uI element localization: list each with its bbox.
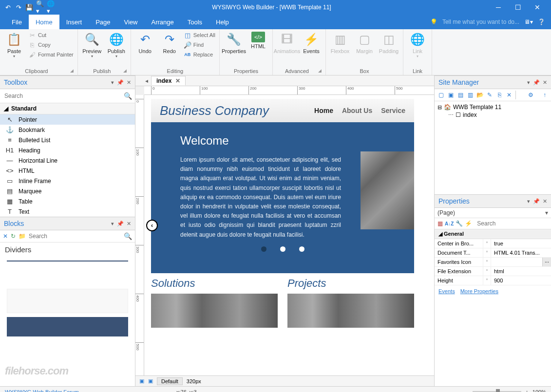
close-icon[interactable]: ✕	[127, 79, 131, 86]
dot-2[interactable]	[280, 246, 285, 252]
publish-button[interactable]: 🌐Publish▾	[105, 31, 128, 59]
dropdown-icon[interactable]: ▾	[527, 79, 530, 86]
link-button[interactable]: 🌐Link▾	[406, 31, 429, 59]
preview-qat-icon[interactable]: 🔍▾	[36, 3, 44, 11]
selectall-button[interactable]: ◫Select All	[183, 31, 216, 39]
dropdown-icon[interactable]: ▾	[111, 221, 114, 227]
events-button[interactable]: ⚡Events	[300, 31, 323, 55]
edit-icon[interactable]: ▥	[466, 91, 475, 99]
menu-page[interactable]: Page	[89, 15, 117, 29]
nav-service[interactable]: Service	[381, 107, 405, 114]
open-icon[interactable]: 📂	[475, 91, 484, 99]
menu-view[interactable]: View	[117, 15, 145, 29]
find-button[interactable]: 🔎Find	[183, 40, 216, 49]
responsive-add-icon[interactable]: ▣	[139, 378, 144, 384]
browse-button[interactable]: ...	[542, 258, 551, 266]
advanced-dialog[interactable]: ◢	[318, 68, 322, 73]
help-icon[interactable]: ❔	[538, 19, 545, 25]
copy-page-icon[interactable]: ⎘	[495, 91, 504, 99]
divider-preview-2[interactable]	[7, 289, 128, 313]
maximize-button[interactable]: ☐	[508, 0, 528, 15]
props-wrench-icon[interactable]: 🔧	[456, 220, 463, 227]
prop-row[interactable]: File Extension▫html	[435, 267, 551, 276]
close-button[interactable]: ✕	[528, 0, 547, 15]
blocks-search[interactable]	[29, 233, 121, 240]
tool-inline-frame[interactable]: ▭Inline Frame	[0, 176, 135, 186]
dot-3[interactable]	[299, 246, 304, 252]
copy-button[interactable]: ⎘Copy	[27, 40, 75, 49]
menu-insert[interactable]: Insert	[59, 15, 89, 29]
new-folder-icon[interactable]: ▣	[446, 91, 455, 99]
tab-close-icon[interactable]: ✕	[175, 77, 180, 84]
publish-qat-icon[interactable]: 🌐▾	[47, 3, 55, 11]
replace-button[interactable]: ABReplace	[183, 50, 216, 59]
prop-row[interactable]: Favorites Icon▫...	[435, 258, 551, 267]
search-icon[interactable]: 🔍	[124, 92, 132, 100]
tool-bookmark[interactable]: ⚓Bookmark	[0, 125, 135, 135]
toolbox-group-standard[interactable]: ◢Standard	[0, 103, 135, 114]
nav-about[interactable]: About Us	[342, 107, 372, 114]
flexbox-button[interactable]: ▥Flexbox	[329, 31, 351, 55]
preview-button[interactable]: 🔍Preview▾	[81, 31, 103, 59]
format-painter-button[interactable]: 🖌Format Painter	[27, 50, 75, 59]
tellme-input[interactable]: Tell me what you want to do...	[442, 19, 519, 25]
sync-icon[interactable]: ↻	[11, 233, 16, 240]
menu-arrange[interactable]: Arrange	[144, 15, 180, 29]
padding-button[interactable]: ◫Padding	[378, 31, 400, 55]
animations-button[interactable]: 🎞Animations	[276, 31, 298, 55]
clone-icon[interactable]: ▤	[456, 91, 465, 99]
folder-icon[interactable]: 📁	[19, 233, 26, 240]
tool-pointer[interactable]: ↖Pointer	[0, 114, 135, 125]
tab-index[interactable]: index✕	[151, 76, 186, 85]
undo-button[interactable]: ↶Undo	[134, 31, 156, 55]
divider-preview-3[interactable]	[7, 317, 128, 336]
breakpoint-default[interactable]: Default	[157, 377, 183, 385]
tree-item-index[interactable]: ⋯☐index	[437, 111, 548, 119]
props-bolt-icon[interactable]: ⚡	[465, 220, 472, 227]
properties-scope[interactable]: (Page)▾	[435, 208, 551, 218]
margin-button[interactable]: ▢Margin	[353, 31, 376, 55]
close-icon[interactable]: ✕	[127, 221, 131, 227]
redo-icon[interactable]: ↷	[15, 3, 22, 11]
zoom-in-button[interactable]: +	[525, 389, 528, 392]
search-icon[interactable]: 🔍	[124, 232, 132, 240]
tool-heading[interactable]: H1Heading	[0, 145, 135, 155]
properties-search[interactable]	[477, 220, 550, 227]
tool-bulleted-list[interactable]: ≡Bulleted List	[0, 135, 135, 145]
paste-button[interactable]: 📋 Paste ▾	[3, 31, 25, 59]
zoom-out-button[interactable]: −	[466, 389, 469, 392]
pin-icon[interactable]: 📌	[117, 221, 124, 227]
settings-icon[interactable]: ⚙	[526, 91, 535, 99]
dropdown-icon[interactable]: ▾	[111, 79, 114, 86]
cut-button[interactable]: ✂Cut	[27, 31, 75, 39]
tool-table[interactable]: ▦Table	[0, 196, 135, 206]
categorized-icon[interactable]: ▦	[437, 220, 443, 227]
pin-icon[interactable]: 📌	[533, 79, 540, 86]
prop-row[interactable]: Center in Bro...▫true	[435, 239, 551, 248]
undo-icon[interactable]: ↶	[4, 3, 12, 11]
delete-icon[interactable]: ✕	[505, 91, 513, 99]
forum-link[interactable]: WYSIWYG Web Builder Forum	[5, 389, 79, 392]
html-button[interactable]: </>HTML	[247, 31, 269, 50]
prop-category-general[interactable]: ◢ General	[435, 229, 551, 239]
redo-button[interactable]: ↷Redo	[158, 31, 181, 55]
minimize-button[interactable]: ─	[489, 0, 508, 15]
close-icon[interactable]: ✕	[543, 198, 547, 205]
menu-home[interactable]: Home	[29, 15, 59, 29]
dividers-category[interactable]: Dividers	[0, 243, 135, 257]
refresh-icon[interactable]: ✕	[3, 233, 8, 240]
tool-horizontal-line[interactable]: —Horizontal Line	[0, 155, 135, 166]
responsive-icon[interactable]: 🖥▾	[524, 19, 533, 25]
dropdown-icon[interactable]: ▾	[527, 198, 530, 205]
tool-marquee[interactable]: ▤Marquee	[0, 186, 135, 196]
divider-preview-1[interactable]	[7, 261, 128, 285]
menu-tools[interactable]: Tools	[181, 15, 209, 29]
tree-root[interactable]: ⊟🏠WWB Template 11	[437, 103, 548, 111]
toolbox-search[interactable]	[3, 91, 124, 101]
menu-help[interactable]: Help	[209, 15, 236, 29]
tool-text[interactable]: TText	[0, 206, 135, 217]
more-properties-link[interactable]: More Properties	[460, 288, 498, 294]
design-canvas[interactable]: Business Company Home About Us Service ‹…	[144, 95, 434, 375]
pin-icon[interactable]: 📌	[117, 79, 124, 86]
nav-home[interactable]: Home	[314, 107, 333, 114]
